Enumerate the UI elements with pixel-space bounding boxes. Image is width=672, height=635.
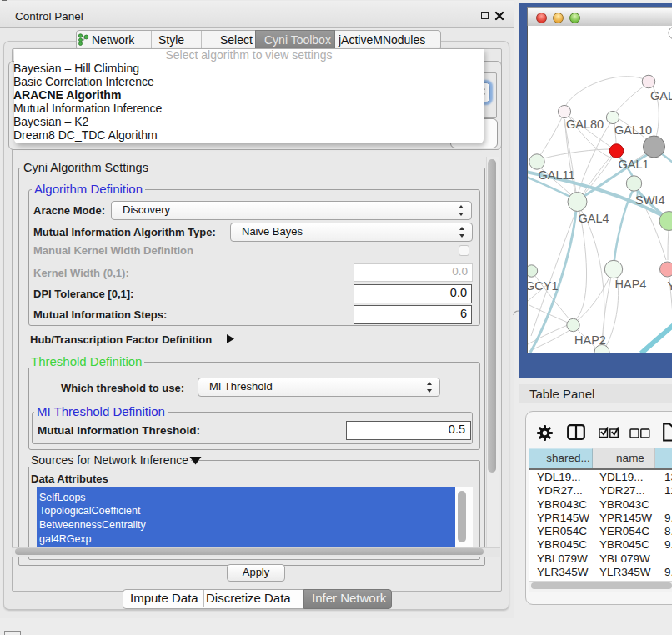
svg-text:GAL1: GAL1 xyxy=(619,158,649,171)
svg-text:GAL: GAL xyxy=(650,89,672,102)
svg-text:SWI4: SWI4 xyxy=(635,193,664,207)
svg-text:GAL80: GAL80 xyxy=(566,118,604,131)
svg-text:GAL11: GAL11 xyxy=(539,168,575,182)
svg-text:GAL4: GAL4 xyxy=(579,212,609,225)
svg-text:GAL10: GAL10 xyxy=(614,123,652,137)
svg-text:HAP4: HAP4 xyxy=(615,278,647,291)
svg-text:GCY1: GCY1 xyxy=(528,279,559,292)
svg-text:HAP2: HAP2 xyxy=(574,333,606,347)
svg-text:Y: Y xyxy=(668,279,672,292)
